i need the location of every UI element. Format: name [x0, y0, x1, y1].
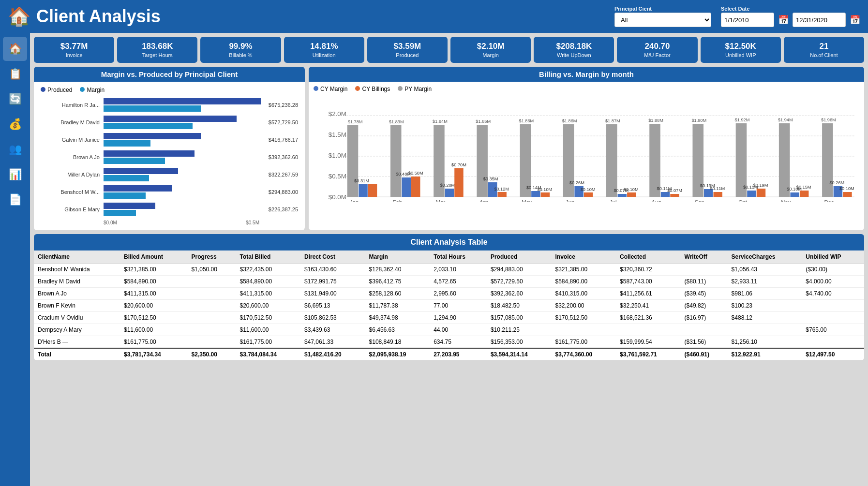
- svg-rect-12: [359, 184, 367, 197]
- svg-text:$0.19M: $0.19M: [753, 183, 768, 188]
- col-header-total-hours: Total Hours: [430, 250, 487, 264]
- sidebar-item-analytics[interactable]: 📊: [3, 162, 27, 187]
- margin-chart-title: Margin vs. Produced by Principal Client: [34, 67, 305, 82]
- svg-rect-71: [790, 192, 799, 197]
- calendar-icon-to[interactable]: 📅: [850, 13, 860, 27]
- svg-text:Oct: Oct: [738, 199, 747, 202]
- kpi-utilization-value: 14.81%: [288, 42, 360, 51]
- sidebar-item-reports[interactable]: 📋: [3, 62, 27, 86]
- svg-text:Nov: Nov: [781, 199, 791, 202]
- svg-rect-19: [411, 177, 420, 197]
- svg-text:$1.86M: $1.86M: [562, 118, 577, 123]
- svg-rect-23: [445, 189, 454, 197]
- table-row: Brown F Kevin $20,600.00 $20,600.00 $6,6…: [34, 300, 864, 312]
- table-row: Bradley M David $584,890.00 $584,890.00 …: [34, 276, 864, 288]
- bar-row-benshoof: Benshoof M W... $294,883.00: [41, 185, 298, 199]
- kpi-numclients: 21 No.of Client: [784, 37, 864, 63]
- svg-rect-67: [757, 189, 765, 197]
- svg-text:$1.85M: $1.85M: [476, 119, 491, 124]
- bar-row-brown-a: Brown A Jo $392,362.60: [41, 150, 298, 164]
- date-from-input[interactable]: [721, 13, 774, 27]
- svg-text:$1.83M: $1.83M: [389, 119, 404, 124]
- table-row: D'Hers B — $161,775.00 $161,775.00 $47,0…: [34, 336, 864, 349]
- date-to-input[interactable]: [793, 13, 846, 27]
- bar-row-miller: Miller A Dylan $322,267.59: [41, 168, 298, 181]
- principal-client-label: Principal Cient: [614, 6, 711, 12]
- table-row: Brown A Jo $411,315.00 $411,315.00 $131,…: [34, 288, 864, 300]
- svg-rect-45: [606, 124, 617, 197]
- kpi-target-hours-value: 183.68K: [121, 42, 194, 51]
- svg-text:$1.5M: $1.5M: [329, 131, 346, 138]
- sidebar-item-clients[interactable]: 👥: [3, 137, 27, 162]
- principal-client-select[interactable]: All: [614, 13, 711, 27]
- svg-rect-43: [584, 192, 593, 197]
- kpi-margin: $2.10M Margin: [450, 37, 531, 63]
- svg-rect-79: [843, 192, 852, 197]
- svg-text:Jan: Jan: [350, 199, 359, 202]
- kpi-produced-value: $3.59M: [371, 42, 444, 51]
- svg-rect-10: [347, 125, 359, 197]
- svg-text:May: May: [522, 199, 532, 202]
- svg-rect-25: [454, 168, 463, 197]
- kpi-billable-value: 99.9%: [204, 42, 277, 51]
- kpi-billable-label: Billable %: [204, 52, 277, 58]
- kpi-row: $3.77M Invoice 183.68K Target Hours 99.9…: [34, 37, 864, 63]
- table-title: Client Analysis Table: [34, 234, 864, 250]
- svg-rect-65: [747, 191, 756, 197]
- sidebar-item-documents[interactable]: 📄: [3, 188, 27, 212]
- bar-row-bradley: Bradley M David $572,729.50: [41, 116, 298, 129]
- kpi-mufactor-label: M/U Factor: [621, 52, 693, 58]
- svg-text:Mar: Mar: [436, 199, 446, 202]
- svg-text:Apr: Apr: [479, 199, 488, 202]
- kpi-produced-label: Produced: [371, 52, 444, 58]
- svg-text:$0.0M: $0.0M: [329, 193, 346, 201]
- header-controls: Principal Cient All Select Date 📅 📅: [614, 6, 860, 27]
- table-row: Benshoof M Wanida $321,385.00 $1,050.00 …: [34, 264, 864, 276]
- sidebar-item-finance[interactable]: 💰: [3, 112, 27, 136]
- svg-rect-37: [541, 192, 550, 197]
- kpi-invoice-label: Invoice: [38, 52, 110, 58]
- kpi-billable: 99.9% Billable %: [200, 37, 281, 63]
- page-title: Client Analysis: [36, 6, 614, 27]
- bar-row-hamilton: Hamilton R Ja... $675,236.28: [41, 98, 298, 112]
- kpi-numclients-label: No.of Client: [788, 52, 860, 58]
- svg-text:$0.35M: $0.35M: [483, 177, 498, 181]
- svg-rect-14: [368, 184, 377, 197]
- calendar-icon-from[interactable]: 📅: [778, 13, 789, 27]
- table-row: Cracium V Ovidiu $170,512.50 $170,512.50…: [34, 312, 864, 324]
- margin-chart-legend: Produced Margin: [41, 87, 298, 93]
- billing-chart-card: Billing vs. Margin by month CY Margin CY…: [309, 67, 864, 230]
- svg-text:$0.10M: $0.10M: [537, 187, 552, 192]
- kpi-margin-label: Margin: [454, 52, 527, 58]
- kpi-writeupdown-label: Write UpDown: [538, 52, 610, 58]
- col-header-invoice: Invoice: [551, 250, 616, 264]
- svg-text:$0.31M: $0.31M: [354, 178, 369, 183]
- sidebar-item-refresh[interactable]: 🔄: [3, 87, 27, 111]
- svg-text:$1.86M: $1.86M: [519, 118, 534, 123]
- svg-rect-73: [800, 191, 808, 197]
- header: 🏠 Client Analysis Principal Cient All Se…: [0, 0, 868, 33]
- billing-chart-title: Billing vs. Margin by month: [309, 67, 864, 82]
- sidebar-item-home[interactable]: 🏠: [3, 37, 27, 61]
- kpi-margin-value: $2.10M: [454, 42, 527, 51]
- col-header-unbilled-wip: Unbilled WIP: [802, 250, 864, 264]
- table-totals-row: Total $3,781,734.34 $2,350.00 $3,784,084…: [34, 348, 864, 360]
- svg-text:$0.10M: $0.10M: [624, 187, 639, 192]
- svg-rect-75: [822, 123, 833, 197]
- svg-text:$0.50M: $0.50M: [408, 171, 423, 176]
- svg-text:$1.78M: $1.78M: [348, 119, 363, 124]
- col-header-billed-amount: Billed Amount: [120, 250, 188, 264]
- svg-rect-47: [618, 194, 627, 197]
- date-range-control: Select Date 📅 📅: [721, 6, 860, 27]
- svg-rect-39: [563, 124, 574, 197]
- kpi-utilization-label: Utilization: [288, 52, 360, 58]
- col-header-collected: Collected: [616, 250, 681, 264]
- principal-client-control: Principal Cient All: [614, 6, 711, 27]
- kpi-utilization: 14.81% Utilization: [284, 37, 364, 63]
- kpi-unbilledwip-label: Unbilled WIP: [704, 52, 777, 58]
- svg-text:Jun: Jun: [566, 199, 574, 202]
- svg-text:$0.07M: $0.07M: [667, 188, 682, 193]
- svg-text:Feb: Feb: [393, 199, 402, 202]
- svg-text:$1.0M: $1.0M: [329, 152, 346, 159]
- col-header-writeoff: WriteOff: [681, 250, 728, 264]
